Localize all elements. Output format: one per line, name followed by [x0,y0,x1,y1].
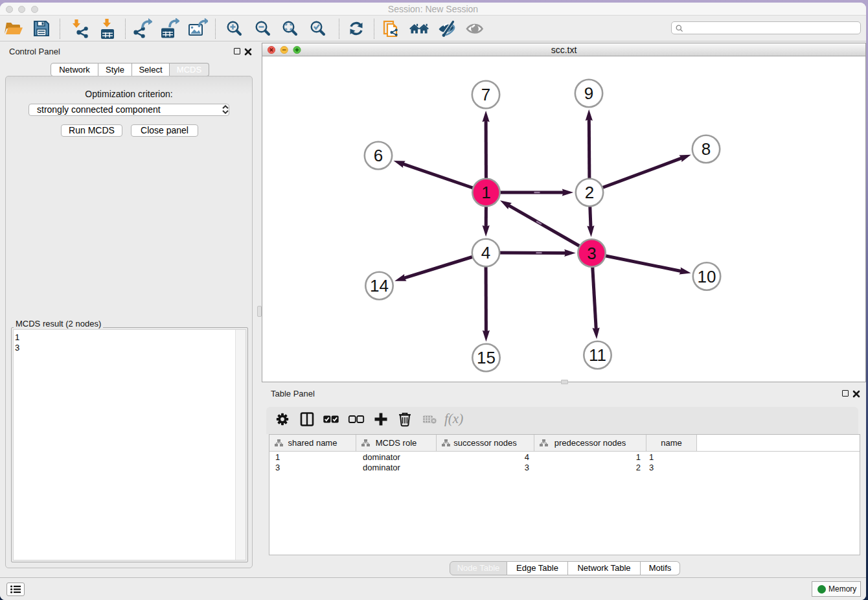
svg-text:15: 15 [477,348,496,367]
svg-text:1: 1 [481,183,490,202]
svg-text:8: 8 [702,139,711,159]
svg-text:14: 14 [370,276,389,295]
svg-text:9: 9 [584,84,593,103]
svg-text:7: 7 [481,85,490,104]
svg-text:10: 10 [698,267,716,286]
svg-text:6: 6 [374,146,383,165]
svg-text:4: 4 [481,243,490,262]
svg-text:11: 11 [589,345,606,365]
svg-text:3: 3 [587,244,596,263]
svg-text:2: 2 [585,183,594,202]
